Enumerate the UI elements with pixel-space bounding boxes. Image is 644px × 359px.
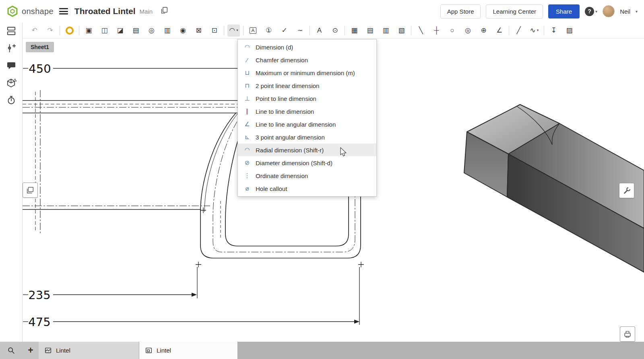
- menu-item-icon: ◠: [243, 146, 252, 154]
- sheet-tab-chip[interactable]: Sheet1: [26, 42, 54, 52]
- toolbar-button-icon: ◉: [180, 27, 186, 34]
- balloon-button[interactable]: ①: [262, 25, 275, 37]
- share-button[interactable]: Share: [548, 4, 580, 18]
- history-stopwatch-icon[interactable]: [6, 95, 17, 105]
- note-button[interactable]: A: [247, 25, 259, 37]
- insert-image-button[interactable]: ▨: [563, 25, 576, 37]
- versions-copy-icon[interactable]: [160, 6, 169, 16]
- user-menu-caret-icon[interactable]: ▾: [636, 9, 638, 14]
- dimension-475[interactable]: [23, 267, 359, 325]
- tab-lintel-part-studio[interactable]: Lintel: [139, 342, 238, 359]
- hole-table-button[interactable]: ▤: [364, 25, 376, 37]
- menu-item-3-point-angular-dimension[interactable]: ⊾ 3 point angular dimension: [238, 131, 376, 144]
- circular-pattern-centerline-button[interactable]: ◎: [462, 25, 474, 37]
- workspace-label[interactable]: Main: [140, 8, 153, 15]
- projected-view-button[interactable]: ◫: [98, 25, 111, 37]
- toolbar-button-icon: ╲: [419, 27, 423, 34]
- lintel-3d-view[interactable]: [464, 105, 644, 272]
- inspection-symbol-button[interactable]: ⊙: [329, 25, 341, 37]
- toolbar-button-icon: ▧: [398, 27, 405, 34]
- detail-view-button[interactable]: ◎: [145, 25, 158, 37]
- broken-view-button[interactable]: ▥: [161, 25, 173, 37]
- user-name: Neil: [620, 8, 630, 15]
- menu-item-diameter-dimension[interactable]: ⊘ Diameter dimension (Shift-d): [238, 156, 376, 169]
- avatar[interactable]: [603, 5, 615, 17]
- surface-finish-button[interactable]: ✓: [278, 25, 291, 37]
- redo-button[interactable]: ↷: [44, 25, 56, 37]
- app-store-button[interactable]: App Store: [440, 4, 481, 18]
- menu-item-icon: ⋮: [243, 172, 252, 179]
- toolbar-button-icon: ⊡: [211, 27, 217, 34]
- text-button[interactable]: A: [313, 25, 326, 37]
- insert-view-button[interactable]: ▣: [83, 25, 95, 37]
- toolbar-button-icon: ▥: [164, 27, 170, 34]
- parts-cube-icon[interactable]: [6, 78, 17, 88]
- crop-view-button[interactable]: ⊡: [208, 25, 221, 37]
- section-view-button[interactable]: ▤: [130, 25, 142, 37]
- toolbar-button-icon: ↶: [31, 27, 37, 34]
- menu-item-icon: ⊓: [243, 82, 252, 89]
- dimension-450-value[interactable]: 450: [29, 62, 51, 76]
- menu-item-dimension[interactable]: ◠ Dimension (d): [238, 41, 376, 53]
- weld-symbol-button[interactable]: ∼: [294, 25, 306, 37]
- app-header: onshape Throated Lintel Main App Store L…: [0, 0, 644, 23]
- menu-item-2-point-linear-dimension[interactable]: ⊓ 2 point linear dimension: [238, 79, 376, 92]
- configurations-icon[interactable]: [6, 43, 17, 53]
- menu-item-line-to-line-angular-dimension[interactable]: ∠ Line to line angular dimension: [238, 118, 376, 131]
- menu-item-point-to-line-dimension[interactable]: ⊥ Point to line dimension: [238, 92, 376, 105]
- sheets-panel-icon[interactable]: [6, 26, 17, 36]
- menu-item-max-min-dimension[interactable]: ⊔ Maximum or minimum dimension (m): [238, 66, 376, 79]
- onshape-logo-icon[interactable]: [6, 5, 19, 17]
- menu-item-icon: ◠: [243, 43, 252, 51]
- toolbar-button-icon: ◪: [117, 27, 123, 34]
- print-plot-widget[interactable]: [620, 326, 635, 342]
- centerline-button[interactable]: ╲: [415, 25, 427, 37]
- center-point-button[interactable]: ⊕: [477, 25, 490, 37]
- toolbar-button-icon: ▤: [132, 27, 139, 34]
- comments-icon[interactable]: [6, 60, 17, 71]
- tangent-line-button[interactable]: ∠: [493, 25, 506, 37]
- toolbar-button-icon: ▦: [351, 27, 357, 34]
- left-sidebar: [0, 23, 23, 342]
- tangent-arc-centerline-button[interactable]: ○: [446, 25, 458, 37]
- toolbar-button-icon: ∠: [496, 27, 502, 34]
- drawing-canvas[interactable]: Sheet1: [23, 39, 644, 342]
- menu-item-icon: ⊥: [243, 95, 252, 102]
- bom-table-button[interactable]: ▧: [395, 25, 408, 37]
- sheet-properties-widget[interactable]: [23, 183, 38, 198]
- revision-table-button[interactable]: ▥: [380, 25, 392, 37]
- help-button[interactable]: ? ▾: [585, 7, 597, 16]
- dimension-475-value[interactable]: 475: [28, 315, 50, 329]
- dimension-dropdown-menu: ◠ Dimension (d) ∕ Chamfer dimension ⊔ Ma…: [237, 39, 377, 197]
- auxiliary-view-button[interactable]: ◪: [114, 25, 126, 37]
- add-tab-button[interactable]: +: [23, 342, 39, 359]
- line-button[interactable]: ╱: [512, 25, 525, 37]
- toolbar-separator: [243, 26, 244, 35]
- centermark-button[interactable]: ┼: [430, 25, 443, 37]
- sketch-mode-button[interactable]: [63, 25, 76, 37]
- move-view-button[interactable]: ⊠: [192, 25, 205, 37]
- undo-button[interactable]: ↶: [28, 25, 41, 37]
- dimension-235-value[interactable]: 235: [28, 288, 50, 302]
- search-tabs-button[interactable]: [0, 342, 23, 359]
- menu-item-label: Chamfer dimension: [256, 57, 308, 64]
- toolbar-button-icon: ▥: [382, 27, 389, 34]
- break-out-section-button[interactable]: ◉: [177, 25, 189, 37]
- dxf-dwg-export-button[interactable]: ↧: [547, 25, 560, 37]
- learning-center-button[interactable]: Learning Center: [486, 4, 543, 18]
- table-button[interactable]: ▦: [348, 25, 361, 37]
- menu-item-line-to-line-dimension[interactable]: ∥ Line to line dimension: [238, 105, 376, 118]
- menu-item-chamfer-dimension[interactable]: ∕ Chamfer dimension: [238, 53, 376, 66]
- toolbar-button-icon: ◎: [149, 27, 155, 34]
- menu-item-hole-callout[interactable]: ⌀ Hole callout: [238, 182, 376, 195]
- tab-lintel-drawing[interactable]: Lintel: [39, 342, 139, 359]
- document-menu-icon[interactable]: [59, 8, 68, 14]
- menu-item-label: Line to line angular dimension: [256, 121, 336, 128]
- menu-item-icon: ⊔: [243, 69, 252, 76]
- menu-item-radial-dimension[interactable]: ◠ Radial dimension (Shift-r): [238, 144, 376, 156]
- menu-item-ordinate-dimension[interactable]: ⋮ Ordinate dimension: [238, 169, 376, 182]
- toolbar-button-icon: ◫: [101, 27, 107, 34]
- view-tools-wrench-widget[interactable]: [619, 183, 634, 198]
- dimension-button[interactable]: ◠: [227, 25, 240, 37]
- spline-button[interactable]: ∿: [528, 25, 541, 37]
